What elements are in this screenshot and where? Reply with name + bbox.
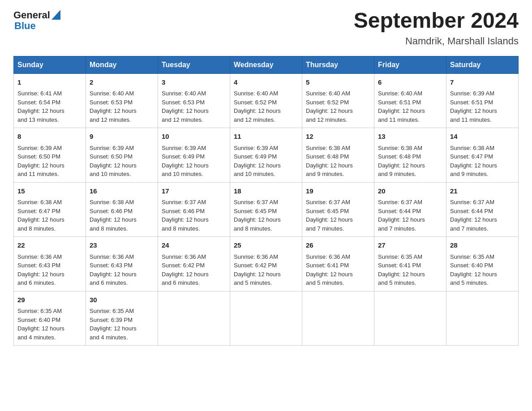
calendar-week-row: 8Sunrise: 6:39 AMSunset: 6:50 PMDaylight…: [14, 128, 519, 183]
col-saturday: Saturday: [446, 56, 519, 73]
day-info: Sunrise: 6:37 AMSunset: 6:44 PMDaylight:…: [450, 198, 515, 233]
svg-marker-0: [51, 10, 60, 20]
day-number: 1: [17, 77, 82, 88]
table-row: 11Sunrise: 6:39 AMSunset: 6:49 PMDayligh…: [230, 128, 302, 183]
logo-general-text: General: [13, 10, 50, 20]
day-info: Sunrise: 6:38 AMSunset: 6:47 PMDaylight:…: [17, 198, 82, 233]
day-number: 2: [90, 77, 154, 88]
table-row: 28Sunrise: 6:35 AMSunset: 6:40 PMDayligh…: [446, 237, 519, 291]
day-info: Sunrise: 6:37 AMSunset: 6:44 PMDaylight:…: [378, 198, 442, 233]
day-info: Sunrise: 6:35 AMSunset: 6:40 PMDaylight:…: [17, 307, 82, 342]
day-number: 20: [378, 186, 442, 197]
day-info: Sunrise: 6:39 AMSunset: 6:49 PMDaylight:…: [162, 144, 226, 179]
table-row: 1Sunrise: 6:41 AMSunset: 6:54 PMDaylight…: [14, 73, 86, 128]
calendar-subtitle: Namdrik, Marshall Islands: [354, 35, 519, 47]
table-row: 13Sunrise: 6:38 AMSunset: 6:48 PMDayligh…: [374, 128, 446, 183]
table-row: 12Sunrise: 6:38 AMSunset: 6:48 PMDayligh…: [302, 128, 374, 183]
page-header: General Blue September 2024 Namdrik, Mar…: [13, 9, 519, 47]
day-number: 28: [450, 240, 515, 251]
day-info: Sunrise: 6:36 AMSunset: 6:43 PMDaylight:…: [90, 253, 154, 287]
day-number: 15: [17, 186, 82, 197]
day-info: Sunrise: 6:39 AMSunset: 6:50 PMDaylight:…: [17, 144, 82, 179]
table-row: 8Sunrise: 6:39 AMSunset: 6:50 PMDaylight…: [14, 128, 86, 183]
table-row: 9Sunrise: 6:39 AMSunset: 6:50 PMDaylight…: [86, 128, 158, 183]
day-number: 3: [162, 77, 226, 88]
table-row: 3Sunrise: 6:40 AMSunset: 6:53 PMDaylight…: [158, 73, 230, 128]
col-tuesday: Tuesday: [158, 56, 230, 73]
day-number: 30: [90, 295, 154, 305]
day-info: Sunrise: 6:41 AMSunset: 6:54 PMDaylight:…: [17, 89, 82, 124]
day-info: Sunrise: 6:35 AMSunset: 6:40 PMDaylight:…: [450, 253, 515, 287]
table-row: 18Sunrise: 6:37 AMSunset: 6:45 PMDayligh…: [230, 182, 302, 237]
day-info: Sunrise: 6:40 AMSunset: 6:52 PMDaylight:…: [306, 89, 370, 124]
table-row: 10Sunrise: 6:39 AMSunset: 6:49 PMDayligh…: [158, 128, 230, 183]
table-row: 16Sunrise: 6:38 AMSunset: 6:46 PMDayligh…: [86, 182, 158, 237]
table-row: 19Sunrise: 6:37 AMSunset: 6:45 PMDayligh…: [302, 182, 374, 237]
table-row: 24Sunrise: 6:36 AMSunset: 6:42 PMDayligh…: [158, 237, 230, 291]
day-info: Sunrise: 6:36 AMSunset: 6:42 PMDaylight:…: [234, 253, 298, 287]
day-info: Sunrise: 6:40 AMSunset: 6:53 PMDaylight:…: [162, 89, 226, 124]
col-monday: Monday: [86, 56, 158, 73]
day-number: 19: [306, 186, 370, 197]
day-number: 21: [450, 186, 515, 197]
day-info: Sunrise: 6:38 AMSunset: 6:47 PMDaylight:…: [450, 144, 515, 179]
calendar-week-row: 29Sunrise: 6:35 AMSunset: 6:40 PMDayligh…: [14, 291, 519, 346]
day-number: 14: [450, 132, 515, 142]
day-number: 7: [450, 77, 515, 88]
table-row: 5Sunrise: 6:40 AMSunset: 6:52 PMDaylight…: [302, 73, 374, 128]
calendar-week-row: 22Sunrise: 6:36 AMSunset: 6:43 PMDayligh…: [14, 237, 519, 291]
table-row: 22Sunrise: 6:36 AMSunset: 6:43 PMDayligh…: [14, 237, 86, 291]
day-info: Sunrise: 6:35 AMSunset: 6:41 PMDaylight:…: [378, 253, 442, 287]
table-row: 23Sunrise: 6:36 AMSunset: 6:43 PMDayligh…: [86, 237, 158, 291]
day-info: Sunrise: 6:37 AMSunset: 6:45 PMDaylight:…: [234, 198, 298, 233]
logo-triangle-icon: [51, 10, 60, 20]
table-row: 15Sunrise: 6:38 AMSunset: 6:47 PMDayligh…: [14, 182, 86, 237]
day-info: Sunrise: 6:36 AMSunset: 6:42 PMDaylight:…: [162, 253, 226, 287]
col-sunday: Sunday: [14, 56, 86, 73]
calendar-week-row: 1Sunrise: 6:41 AMSunset: 6:54 PMDaylight…: [14, 73, 519, 128]
day-number: 8: [17, 132, 82, 142]
day-info: Sunrise: 6:38 AMSunset: 6:48 PMDaylight:…: [378, 144, 442, 179]
calendar-title: September 2024: [354, 9, 519, 33]
day-number: 16: [90, 186, 154, 197]
calendar-table: Sunday Monday Tuesday Wednesday Thursday…: [13, 56, 519, 346]
day-info: Sunrise: 6:37 AMSunset: 6:45 PMDaylight:…: [306, 198, 370, 233]
day-number: 4: [234, 77, 298, 88]
day-number: 18: [234, 186, 298, 197]
day-number: 10: [162, 132, 226, 142]
day-info: Sunrise: 6:38 AMSunset: 6:46 PMDaylight:…: [90, 198, 154, 233]
day-number: 13: [378, 132, 442, 142]
calendar-body: 1Sunrise: 6:41 AMSunset: 6:54 PMDaylight…: [14, 73, 519, 346]
col-wednesday: Wednesday: [230, 56, 302, 73]
title-area: September 2024 Namdrik, Marshall Islands: [354, 9, 519, 47]
day-info: Sunrise: 6:35 AMSunset: 6:39 PMDaylight:…: [90, 307, 154, 342]
day-number: 22: [17, 240, 82, 251]
day-info: Sunrise: 6:38 AMSunset: 6:48 PMDaylight:…: [306, 144, 370, 179]
day-info: Sunrise: 6:36 AMSunset: 6:41 PMDaylight:…: [306, 253, 370, 287]
table-row: 20Sunrise: 6:37 AMSunset: 6:44 PMDayligh…: [374, 182, 446, 237]
day-info: Sunrise: 6:39 AMSunset: 6:51 PMDaylight:…: [450, 89, 515, 124]
calendar-header: Sunday Monday Tuesday Wednesday Thursday…: [14, 56, 519, 73]
day-number: 17: [162, 186, 226, 197]
day-number: 26: [306, 240, 370, 251]
day-number: 29: [17, 295, 82, 305]
day-number: 25: [234, 240, 298, 251]
table-row: 4Sunrise: 6:40 AMSunset: 6:52 PMDaylight…: [230, 73, 302, 128]
table-row: 29Sunrise: 6:35 AMSunset: 6:40 PMDayligh…: [14, 291, 86, 346]
day-number: 24: [162, 240, 226, 251]
day-info: Sunrise: 6:40 AMSunset: 6:51 PMDaylight:…: [378, 89, 442, 124]
table-row: 27Sunrise: 6:35 AMSunset: 6:41 PMDayligh…: [374, 237, 446, 291]
day-number: 9: [90, 132, 154, 142]
day-number: 23: [90, 240, 154, 251]
day-number: 27: [378, 240, 442, 251]
calendar-week-row: 15Sunrise: 6:38 AMSunset: 6:47 PMDayligh…: [14, 182, 519, 237]
table-row: 14Sunrise: 6:38 AMSunset: 6:47 PMDayligh…: [446, 128, 519, 183]
col-friday: Friday: [374, 56, 446, 73]
table-row: [302, 291, 374, 346]
table-row: 2Sunrise: 6:40 AMSunset: 6:53 PMDaylight…: [86, 73, 158, 128]
day-info: Sunrise: 6:39 AMSunset: 6:50 PMDaylight:…: [90, 144, 154, 179]
day-number: 12: [306, 132, 370, 142]
col-thursday: Thursday: [302, 56, 374, 73]
day-info: Sunrise: 6:37 AMSunset: 6:46 PMDaylight:…: [162, 198, 226, 233]
table-row: 6Sunrise: 6:40 AMSunset: 6:51 PMDaylight…: [374, 73, 446, 128]
